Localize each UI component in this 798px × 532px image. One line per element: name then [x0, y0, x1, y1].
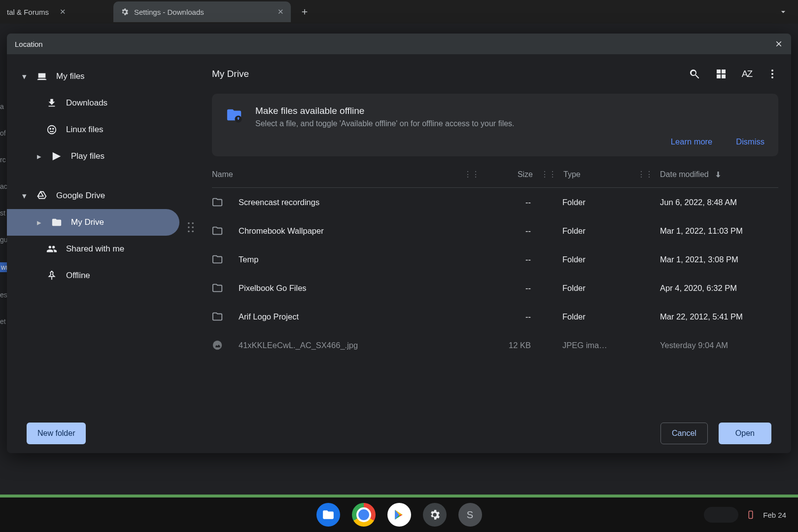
file-name: Arif Logo Project	[239, 312, 299, 321]
column-type[interactable]: Type	[563, 170, 581, 178]
tab-dropdown-button[interactable]	[778, 7, 788, 17]
sidebar-item-my-drive[interactable]: ▸ My Drive	[7, 209, 179, 236]
linux-icon	[45, 124, 58, 135]
chevron-down-icon: ▾	[21, 71, 28, 82]
folder-icon	[212, 311, 234, 322]
chromeos-shelf: S Feb 24	[0, 495, 798, 532]
column-date[interactable]: Date modified	[660, 170, 709, 179]
file-size: 12 KB	[485, 341, 539, 350]
new-tab-button[interactable]	[296, 3, 313, 21]
folder-icon	[212, 254, 234, 265]
status-pill[interactable]	[704, 507, 738, 523]
browser-tab-inactive[interactable]: tal & Forums ✕	[0, 1, 113, 22]
sidebar-item-downloads[interactable]: Downloads	[7, 90, 199, 116]
dialog-title: Location	[15, 40, 43, 48]
dismiss-link[interactable]: Dismiss	[736, 137, 764, 146]
more-menu-icon[interactable]	[766, 68, 778, 80]
svg-point-2	[53, 128, 54, 129]
folder-icon	[212, 225, 234, 236]
folder-icon	[212, 283, 234, 293]
file-size: --	[485, 255, 539, 264]
image-icon	[212, 340, 234, 351]
header-actions: AZ	[689, 68, 778, 80]
sidebar-item-my-files[interactable]: ▾ My files	[7, 63, 199, 90]
svg-point-3	[188, 222, 190, 224]
svg-point-1	[50, 128, 51, 129]
table-row[interactable]: 41xKKLEeCwL._AC_SX466_.jpg⋮⋮12 KB⋮⋮JPEG …	[212, 331, 778, 359]
app-letter: S	[467, 509, 473, 521]
svg-point-10	[771, 73, 773, 75]
sidebar-item-play-files[interactable]: ▸ Play files	[7, 143, 199, 170]
file-date: Mar 22, 2012, 5:41 PM	[660, 312, 778, 321]
gear-icon	[120, 7, 129, 16]
table-row[interactable]: Screencast recordings⋮⋮--⋮⋮Folder⋮⋮Jun 6…	[212, 188, 778, 216]
grid-view-icon[interactable]	[715, 68, 727, 80]
app-letter-icon[interactable]: S	[458, 503, 482, 527]
tab-label: tal & Forums	[7, 8, 49, 16]
tab-label: Settings - Downloads	[134, 8, 204, 16]
svg-rect-14	[749, 511, 753, 519]
table-row[interactable]: Arif Logo Project⋮⋮--⋮⋮Folder⋮⋮Mar 22, 2…	[212, 302, 778, 331]
search-icon[interactable]	[689, 68, 700, 80]
file-size: --	[485, 312, 539, 321]
banner-subtitle: Select a file, and toggle 'Available off…	[255, 119, 515, 128]
shelf-status-area[interactable]: Feb 24	[704, 507, 786, 523]
column-name[interactable]: Name	[212, 170, 233, 179]
sidebar: ▾ My files Downloads Linux files ▸ Play …	[7, 54, 199, 414]
table-row[interactable]: Chromebook Wallpaper⋮⋮--⋮⋮Folder⋮⋮Mar 1,…	[212, 216, 778, 245]
svg-point-9	[771, 70, 773, 71]
column-resize-handle[interactable]: ⋮⋮	[637, 170, 653, 179]
close-icon[interactable]	[774, 39, 783, 48]
sidebar-item-label: My Drive	[71, 217, 104, 227]
new-folder-button[interactable]: New folder	[27, 423, 86, 444]
main-area: My Drive AZ Make files available offline…	[199, 54, 791, 414]
file-type: Folder	[562, 284, 636, 293]
file-date: Apr 4, 2020, 6:32 PM	[660, 284, 778, 293]
folder-drive-icon	[50, 217, 63, 228]
column-resize-handle[interactable]: ⋮⋮	[464, 170, 480, 179]
browser-tab-active[interactable]: Settings - Downloads ✕	[113, 1, 291, 22]
file-type: Folder	[562, 312, 636, 321]
chrome-app-icon[interactable]	[352, 503, 376, 527]
drag-handle-icon[interactable]	[187, 222, 194, 233]
sort-descending-icon[interactable]	[714, 170, 723, 179]
table-row[interactable]: Pixelbook Go Files⋮⋮--⋮⋮Folder⋮⋮Apr 4, 2…	[212, 274, 778, 302]
play-store-icon[interactable]	[387, 503, 411, 527]
files-app-icon[interactable]	[316, 503, 340, 527]
file-size: --	[485, 198, 539, 207]
content-header: My Drive AZ	[212, 54, 778, 94]
people-icon	[45, 244, 58, 254]
sidebar-item-label: My files	[56, 71, 85, 81]
file-type: Folder	[562, 226, 636, 236]
file-name: Pixelbook Go Files	[239, 284, 307, 293]
sort-az-button[interactable]: AZ	[742, 69, 752, 79]
play-icon	[50, 151, 63, 162]
cancel-button[interactable]: Cancel	[660, 423, 708, 444]
chevron-right-icon: ▸	[35, 217, 42, 228]
file-name: 41xKKLEeCwL._AC_SX466_.jpg	[239, 341, 358, 350]
dialog-footer: New folder Cancel Open	[7, 414, 791, 453]
close-icon[interactable]: ✕	[278, 7, 284, 16]
settings-app-icon[interactable]	[423, 503, 447, 527]
table-row[interactable]: Temp⋮⋮--⋮⋮Folder⋮⋮Mar 1, 2021, 3:08 PM	[212, 245, 778, 274]
sidebar-item-shared[interactable]: Shared with me	[7, 236, 199, 262]
file-rows: Screencast recordings⋮⋮--⋮⋮Folder⋮⋮Jun 6…	[212, 188, 778, 414]
page-title: My Drive	[212, 69, 249, 79]
column-resize-handle[interactable]: ⋮⋮	[541, 170, 556, 179]
phone-hub-icon[interactable]	[746, 508, 755, 521]
sidebar-item-linux[interactable]: Linux files	[7, 116, 199, 143]
svg-point-7	[188, 230, 190, 232]
learn-more-link[interactable]: Learn more	[671, 137, 712, 146]
close-icon[interactable]: ✕	[60, 7, 66, 16]
sidebar-item-google-drive[interactable]: ▾ Google Drive	[7, 182, 199, 209]
column-size[interactable]: Size	[518, 170, 533, 178]
file-name: Screencast recordings	[239, 198, 319, 207]
open-button[interactable]: Open	[719, 423, 771, 444]
file-size: --	[485, 284, 539, 293]
file-date: Jun 6, 2022, 8:48 AM	[660, 198, 778, 207]
folder-offline-icon	[226, 106, 243, 123]
file-name: Temp	[239, 255, 258, 264]
sidebar-item-label: Offline	[66, 271, 90, 281]
sidebar-item-offline[interactable]: Offline	[7, 262, 199, 289]
drive-icon	[35, 190, 48, 201]
